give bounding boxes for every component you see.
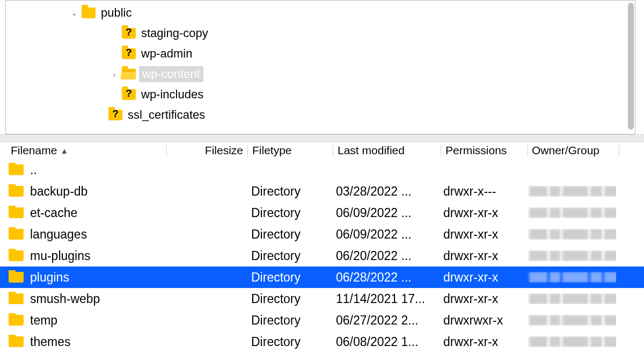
header-lastmodified[interactable]: Last modified [333,142,441,159]
table-row[interactable]: .. [0,159,644,181]
redacted-owner [529,250,616,261]
tree-item-label: wp-content [139,66,203,82]
redacted-block [529,229,547,240]
cell-filetype: Directory [247,270,332,285]
cell-filetype: Directory [247,335,332,349]
redacted-block [529,293,547,304]
folder-unknown-icon [108,110,122,120]
cell-ownergroup [525,207,616,218]
tree-item-label: staging-copy [141,26,208,40]
header-lastmodified-label: Last modified [338,144,405,157]
redacted-owner [529,293,616,304]
cell-filename: .. [0,163,166,177]
cell-permissions: drwxr-x--- [439,184,525,199]
table-row[interactable]: et-cacheDirectory06/09/2022 ...drwxr-xr-… [0,202,644,224]
redacted-block [550,272,560,283]
tree-item[interactable]: wp-includes [6,84,635,105]
tree-item[interactable]: wp-admin [6,44,635,64]
table-row[interactable]: tempDirectory06/27/2022 2...drwxrwxr-x [0,309,644,331]
redacted-block [590,272,602,283]
cell-filename: backup-db [0,184,166,199]
redacted-block [550,293,560,304]
redacted-block [604,272,616,283]
pane-splitter[interactable] [0,134,644,142]
file-list-pane: Filename ▲ Filesize Filetype Last modifi… [0,142,644,352]
chevron-right-icon[interactable]: › [108,70,121,79]
redacted-block [562,229,588,240]
remote-tree-pane[interactable]: ⌄publicstaging-copywp-admin›wp-contentwp… [5,0,635,134]
redacted-block [604,250,616,261]
cell-lastmodified: 06/08/2022 1... [332,335,439,349]
tree-item[interactable]: staging-copy [6,23,635,44]
tree-item-label: wp-includes [141,88,203,102]
folder-icon [9,336,24,347]
cell-permissions: drwxr-xr-x [439,270,525,285]
redacted-block [550,186,560,197]
filename-label: temp [30,313,57,328]
cell-permissions: drwxr-xr-x [439,335,525,349]
cell-ownergroup [525,315,616,326]
redacted-block [604,186,616,197]
filename-label: themes [30,335,70,349]
redacted-block [562,315,588,326]
redacted-block [590,315,602,326]
cell-ownergroup [525,229,616,240]
redacted-block [529,336,547,347]
redacted-block [590,336,602,347]
table-row[interactable]: languagesDirectory06/09/2022 ...drwxr-xr… [0,224,644,245]
filename-label: languages [30,227,87,242]
header-filename[interactable]: Filename ▲ [0,142,166,159]
table-row[interactable]: themesDirectory06/08/2022 1...drwxr-xr-x [0,331,644,352]
tree-item[interactable]: ›wp-content [6,64,635,84]
cell-lastmodified: 06/20/2022 ... [332,249,439,263]
folder-icon [82,8,96,18]
chevron-down-icon[interactable]: ⌄ [68,8,80,18]
table-row[interactable]: smush-webpDirectory11/14/2021 17...drwxr… [0,288,644,309]
table-row[interactable]: pluginsDirectory06/28/2022 ...drwxr-xr-x [0,267,644,288]
folder-icon [9,272,24,283]
redacted-block [604,336,616,347]
redacted-block [604,293,616,304]
header-permissions[interactable]: Permissions [441,142,527,159]
cell-filename: temp [0,313,166,328]
cell-ownergroup [525,293,616,304]
table-row[interactable]: backup-dbDirectory03/28/2022 ...drwxr-x-… [0,181,644,202]
tree-item[interactable]: ⌄public [6,3,635,23]
redacted-block [529,315,547,326]
cell-lastmodified: 11/14/2021 17... [332,292,439,306]
cell-filetype: Directory [247,292,332,306]
column-headers: Filename ▲ Filesize Filetype Last modifi… [0,142,644,159]
redacted-block [550,250,560,261]
folder-icon [9,186,24,197]
header-filesize-label: Filesize [205,144,243,157]
cell-lastmodified: 06/27/2022 2... [332,313,439,328]
header-ownergroup[interactable]: Owner/Group [528,142,619,159]
redacted-owner [529,315,616,326]
redacted-block [529,186,547,197]
folder-icon [9,207,24,218]
header-filetype[interactable]: Filetype [248,142,333,159]
cell-filename: languages [0,227,166,242]
header-filesize[interactable]: Filesize [167,142,247,159]
cell-filename: et-cache [0,206,166,220]
tree-item[interactable]: ssl_certificates [6,105,635,125]
redacted-block [562,293,588,304]
redacted-block [550,229,560,240]
filename-label: backup-db [30,184,87,199]
header-divider[interactable] [619,145,619,156]
folder-unknown-icon [122,28,136,39]
tree-scrollbar[interactable] [628,3,634,129]
header-filetype-label: Filetype [252,144,292,157]
folder-icon [9,315,24,326]
redacted-block [590,186,602,197]
cell-lastmodified: 06/09/2022 ... [332,227,439,242]
cell-filename: mu-plugins [0,249,166,263]
cell-filetype: Directory [247,227,332,242]
header-filename-label: Filename [11,144,57,157]
filename-label: .. [30,163,37,177]
cell-lastmodified: 03/28/2022 ... [332,184,439,199]
table-row[interactable]: mu-pluginsDirectory06/20/2022 ...drwxr-x… [0,245,644,267]
redacted-block [562,207,588,218]
redacted-block [590,293,602,304]
redacted-block [562,336,588,347]
